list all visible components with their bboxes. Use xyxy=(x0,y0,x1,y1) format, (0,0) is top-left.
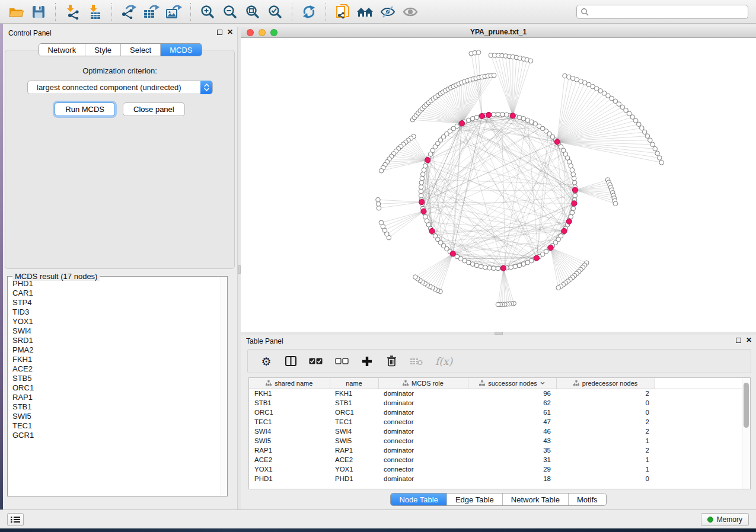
mcds-result-item[interactable]: STB5 xyxy=(12,374,220,383)
cell-shared-name[interactable]: SWI5 xyxy=(249,436,330,446)
table-row[interactable]: YOX1YOX1connector291 xyxy=(249,464,746,474)
leaf-node[interactable] xyxy=(642,130,647,134)
import-network-button[interactable] xyxy=(61,2,84,22)
table-row[interactable]: STB1STB1dominator620 xyxy=(249,398,746,408)
edge[interactable] xyxy=(557,142,655,149)
mcds-hub-node[interactable] xyxy=(419,199,425,204)
leaf-node[interactable] xyxy=(659,161,664,165)
search-input[interactable] xyxy=(591,8,744,16)
cell-name[interactable]: ACE2 xyxy=(330,455,378,464)
cell-predecessor-nodes[interactable]: 1 xyxy=(556,455,655,464)
mcds-hub-node[interactable] xyxy=(486,112,492,117)
leaf-node[interactable] xyxy=(650,142,655,147)
edge[interactable] xyxy=(433,99,462,123)
select-all-button[interactable] xyxy=(309,354,323,368)
run-mcds-button[interactable]: Run MCDS xyxy=(55,102,115,116)
table-scrollbar[interactable] xyxy=(742,378,750,489)
leaf-node[interactable] xyxy=(636,122,641,127)
tab-network[interactable]: Network xyxy=(39,44,85,56)
mcds-hub-node[interactable] xyxy=(425,158,430,163)
edge[interactable] xyxy=(513,58,520,116)
edge[interactable] xyxy=(551,248,583,267)
ring-node[interactable] xyxy=(496,112,500,117)
tab-node-table[interactable]: Node Table xyxy=(391,493,447,505)
ring-node[interactable] xyxy=(422,168,426,172)
mcds-result-item[interactable]: TID3 xyxy=(12,307,220,317)
leaf-node[interactable] xyxy=(658,156,662,161)
ring-node[interactable] xyxy=(420,172,425,177)
cell-name[interactable]: FKH1 xyxy=(330,389,378,398)
cell-MCDS-role[interactable]: connector xyxy=(378,464,468,474)
edge[interactable] xyxy=(406,142,428,160)
leaf-node[interactable] xyxy=(379,220,384,225)
edge[interactable] xyxy=(575,190,615,201)
edge[interactable] xyxy=(423,211,486,268)
leaf-node[interactable] xyxy=(633,118,638,123)
cell-predecessor-nodes[interactable]: 2 xyxy=(556,389,655,398)
mcds-result-item[interactable]: YOX1 xyxy=(12,317,220,326)
ring-node[interactable] xyxy=(470,116,475,121)
mcds-hub-node[interactable] xyxy=(562,228,567,233)
ring-node[interactable] xyxy=(521,262,526,267)
cell-name[interactable]: RAP1 xyxy=(330,446,378,455)
edge[interactable] xyxy=(432,254,452,288)
zoom-out-button[interactable] xyxy=(219,2,241,22)
leaf-node[interactable] xyxy=(630,115,635,120)
cell-name[interactable]: YOX1 xyxy=(330,464,378,474)
ring-node[interactable] xyxy=(505,113,509,117)
edge[interactable] xyxy=(387,211,423,234)
cell-predecessor-nodes[interactable]: 2 xyxy=(556,417,655,427)
network-window-titlebar[interactable]: YPA_prune.txt_1 xyxy=(241,27,756,38)
export-network-button[interactable] xyxy=(117,2,140,22)
edge[interactable] xyxy=(426,105,462,124)
cell-successor-nodes[interactable]: 29 xyxy=(468,464,556,474)
cell-shared-name[interactable]: STB1 xyxy=(249,398,330,408)
cell-name[interactable]: ORC1 xyxy=(330,408,378,417)
leaf-node[interactable] xyxy=(376,197,381,202)
leaf-node[interactable] xyxy=(653,146,658,151)
edge[interactable] xyxy=(503,268,514,303)
edge[interactable] xyxy=(415,254,452,277)
hide-graphics-details-button[interactable] xyxy=(377,2,399,22)
mcds-hub-node[interactable] xyxy=(421,209,426,214)
edge[interactable] xyxy=(396,151,428,160)
ring-node[interactable] xyxy=(517,115,522,120)
edge[interactable] xyxy=(513,116,569,221)
table-row[interactable]: FKH1FKH1dominator962 xyxy=(249,389,746,398)
mcds-hub-node[interactable] xyxy=(572,187,578,193)
cell-MCDS-role[interactable]: dominator xyxy=(378,408,468,417)
edge[interactable] xyxy=(385,211,423,230)
edge[interactable] xyxy=(420,254,452,280)
ring-node[interactable] xyxy=(423,214,428,219)
mcds-result-item[interactable]: PHD1 xyxy=(12,279,220,289)
export-image-button[interactable] xyxy=(162,2,185,22)
column-header-predecessor-nodes[interactable]: predecessor nodes xyxy=(556,378,655,389)
cell-predecessor-nodes[interactable]: 2 xyxy=(556,446,655,455)
table-row[interactable]: SWI5SWI5connector431 xyxy=(249,436,746,446)
tab-edge-table[interactable]: Edge Table xyxy=(447,493,503,505)
cell-name[interactable]: STB1 xyxy=(330,398,378,408)
leaf-node[interactable] xyxy=(376,201,381,206)
edge[interactable] xyxy=(575,190,614,196)
mcds-result-item[interactable]: PMA2 xyxy=(12,345,220,355)
cell-shared-name[interactable]: RAP1 xyxy=(249,446,330,455)
ring-node[interactable] xyxy=(483,265,487,270)
cell-MCDS-role[interactable]: connector xyxy=(378,436,468,446)
mcds-result-item[interactable]: SWI4 xyxy=(12,326,220,336)
tab-motifs[interactable]: Motifs xyxy=(569,493,606,505)
cell-name[interactable]: SWI5 xyxy=(330,436,378,446)
table-row[interactable]: SWI4SWI4dominator462 xyxy=(249,427,746,436)
ring-node[interactable] xyxy=(509,265,513,270)
mcds-hub-node[interactable] xyxy=(500,265,506,271)
ring-node[interactable] xyxy=(419,185,423,190)
edge[interactable] xyxy=(383,211,424,227)
edge[interactable] xyxy=(557,77,569,142)
tab-mcds[interactable]: MCDS xyxy=(161,44,201,56)
mcds-hub-node[interactable] xyxy=(534,255,539,261)
ring-node[interactable] xyxy=(500,112,505,117)
tab-select[interactable]: Select xyxy=(121,44,161,56)
mcds-result-item[interactable]: STP4 xyxy=(12,298,220,307)
edge[interactable] xyxy=(557,79,577,142)
ring-node[interactable] xyxy=(570,210,575,215)
show-graphics-details-button[interactable] xyxy=(399,2,422,22)
